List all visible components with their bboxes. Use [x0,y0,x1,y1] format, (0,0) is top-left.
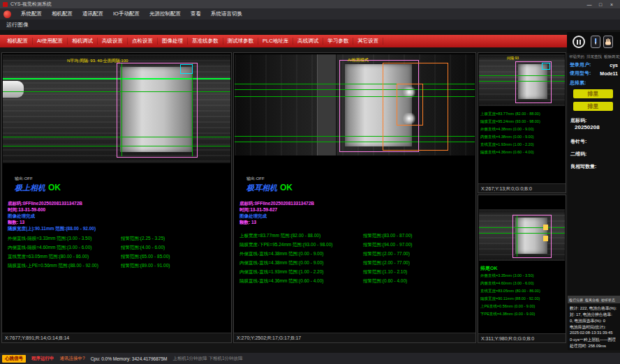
camera-title: 极上相机 [15,183,45,192]
count-field-label: 良相写数量: [570,163,596,170]
camera-panel-small-top: 间隔:93 上极宽度=83.77mm (82.00 - 88.00) 隔膜宽度=… [478,52,566,193]
toolbar-testball-params[interactable]: 测试球参数 [223,38,259,45]
camera-image-left[interactable]: N平均:间隔: 93. 40:全面间隔:100 [3,54,230,163]
program-run-status: 程序运行中 [31,356,54,362]
measure-line: 下PE直线=4.38mm (0.00 - 9.00) [480,312,535,317]
model-value: Mode11 [600,71,618,76]
machine-pillar [317,54,337,156]
menu-item-language-switch[interactable]: 系统语言切换 [206,10,247,17]
maximize-button[interactable]: □ [595,2,606,7]
stats-tab-2[interactable]: 般离合格 [585,298,599,302]
right-info-panel: 帮助类的 排尾查找 般除两尾查 登录用户: cys 使用型号: Mode11 总… [568,53,620,350]
alarm-line: 报警范围:(4.00 - 6.00) [121,245,165,251]
cpu-memory-status: Cpu: 0.0% Memory: 3424.41796875M [91,356,168,361]
pause-button[interactable] [573,36,585,48]
app-window: CYS-视觉检测系统 — □ × 系统配置 相机配置 通讯配置 IO手动配置 光… [0,0,620,364]
measure-line: 隔膜宽度=90.11mm (88.00 - 92.00) [480,296,540,301]
connector-part [3,81,24,98]
hand-icon [605,38,612,46]
tab-run-image[interactable]: 运行图像 [0,21,29,29]
alarm-line: 报警范围:(65.00 - 85.00) [121,254,170,260]
stats-tab-3[interactable]: 秒排状态 [601,298,615,302]
roi-box-orange-small [397,84,423,126]
toolbar-baseline-params[interactable]: 基准线参数 [188,38,223,45]
info-line: 隔膜宽度(上):90.11mm 范围:(88.00 - 92.00) [8,226,96,232]
overlay-measure-label: N平均:间隔: 93. 40:全面间隔:100 [67,58,128,64]
ai-mode-label: AI检测模式 [348,57,369,63]
measure-line: 内侧直线-直线=4.38mm 范围:(0.00 - 9.00) [239,260,323,266]
menu-item-view[interactable]: 查看 [186,10,206,17]
toolbar-ai-config[interactable]: AI使用配置 [33,38,68,45]
measure-line: 隔膜直线=4.36mm (0.60 - 4.00) [480,150,534,155]
toolbar-highline-debug[interactable]: 高线调试 [293,38,323,45]
process-line: 图像处理完成 [8,213,35,220]
menu-item-light-control-config[interactable]: 光源控制配置 [145,10,186,17]
toolbar-camera-debug[interactable]: 相机调试 [68,38,98,45]
minimize-button[interactable]: — [584,2,595,7]
toolbar-plc-address[interactable]: PLC地址库 [258,38,293,45]
measure-line: 外侧直线-隔膜=3.33mm 范围:(3.00 - 3.50) [8,236,91,242]
title-bar: CYS-视觉检测系统 — □ × [0,0,620,8]
pause-icon [577,40,578,45]
comm-status: 通讯连接中? [60,356,85,362]
toolbar-image-process[interactable]: 图像处理 [158,38,188,45]
alarm-line: 报警范围:(89.00 - 91.00) [121,263,170,269]
menu-item-io-manual-config[interactable]: IO手动配置 [108,10,145,17]
count-line: 颗数: 13 [239,220,256,226]
toolbar-other-settings[interactable]: 其它设置 [353,38,383,45]
toolbar-learning-params[interactable]: 学习参数 [323,38,353,45]
total-label: 总排累: [570,79,586,86]
alarm-line: 报警范围:(2.25 - 3.25) [121,236,165,242]
tool-button-hand[interactable] [603,36,613,48]
menu-item-comm-config[interactable]: 通讯配置 [78,10,108,17]
count-line: 颗数: 13 [8,220,24,226]
measure-line: 内侧直线-直线=1.93mm 范围:(1.00 - 2.20) [239,269,323,275]
mini-tab-3[interactable]: 般除两尾查 [604,54,620,59]
camera-image-right[interactable]: AI检测模式 [235,54,475,156]
barcode-line: 底标码:0FFline2025020813313472B [8,201,82,207]
ok-badge: OK [48,183,61,192]
stats-line: 対: 17, 电池分辨合格率: [570,312,612,318]
stats-line: 处理用时: 258.09ms [570,343,606,349]
menu-bar: 系统配置 相机配置 通讯配置 IO手动配置 光源控制配置 查看 系统语言切换 [0,8,620,20]
menu-item-system-config[interactable]: 系统配置 [16,10,47,17]
app-icon [3,2,8,7]
ok-badge: OK [280,183,293,192]
discharge-button-2[interactable]: 排里 [573,102,613,111]
login-value: cys [610,63,618,68]
pen-icon [593,38,598,46]
toolbar-camera-config[interactable]: 相机配置 [3,38,33,45]
camera-image-small-top[interactable]: 间隔:93 [479,54,565,106]
measure-line: 内侧直线=4.60mm (3.00 - 6.00) [480,281,534,286]
stats-line: 电池筛选时间(统计): [570,324,606,331]
total-row: 总排累: [570,79,618,86]
alarm-line: 报警范围:(2.00 - 77.00) [363,260,410,266]
barcode-line: 底标码:0FFline2025020813313472B [239,201,314,207]
menu-item-camera-config[interactable]: 相机配置 [47,10,78,17]
camera-panel-left: N平均:间隔: 93. 40:全面间隔:100 输出:OFF 极上相机OK 底标… [1,52,232,343]
tool-button-group [567,32,620,53]
process-line: 图像处理完成 [239,213,267,220]
alarm-line: 报警范围:(94.00 - 97.00) [363,242,412,248]
measure-line: 隔膜宽度=95.24mm (93.00 - 98.00) [480,119,540,124]
toolbar-spot-check[interactable]: 点检设置 [128,38,158,45]
measure-line: 外侧直线=3.35mm (3.00 - 3.50) [480,273,534,278]
mini-tab-2[interactable]: 排尾查找 [586,54,602,59]
mini-tab-1[interactable]: 帮助类的 [569,54,584,59]
cursor-position-bar: X:311;Y:980;R:0;G:0;B:0 [478,333,566,342]
alarm-line: 报警范围:(2.00 - 77.00) [363,251,410,257]
measure-line: 内侧直线=4.38mm (0.00 - 9.00) [480,135,534,139]
camera-title: 极耳相机 [246,183,277,192]
measure-line: 隔膜宽度-下PE=95.24mm 范围:(93.00 - 98.00) [239,242,332,248]
close-button[interactable]: × [606,2,617,7]
measure-line: 直线宽度=83.05mm (80.00 - 86.00) [480,289,540,294]
stats-tab-1[interactable]: 般行分辨 [569,298,583,302]
roi-box-cyan [180,64,193,74]
roi-box-pink [117,63,198,158]
measure-line: 上极宽度=83.77mm 范围:(82.00 - 88.00) [239,233,320,239]
toolbar-advanced-settings[interactable]: 高级设置 [98,38,128,45]
barcode-field-label: 底标码: [570,117,586,124]
camera-image-small-bottom[interactable] [479,209,565,261]
tool-button-pen[interactable] [591,36,600,48]
discharge-button-1[interactable]: 排里 [573,89,613,98]
